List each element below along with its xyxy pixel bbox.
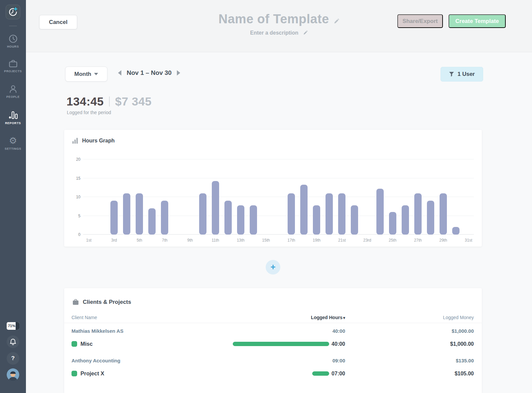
period-dropdown[interactable]: Month: [65, 67, 107, 82]
project-color-chip: [71, 371, 77, 376]
chart-gridline: [83, 159, 474, 159]
x-axis-label: 9th: [187, 238, 193, 243]
next-period-arrow-icon[interactable]: [177, 70, 180, 76]
chart-bar-day-29[interactable]: [440, 193, 447, 235]
table-row-client[interactable]: Mathias Mikkelsen AS 40:00 $1,000.00: [71, 327, 474, 335]
capacity-badge-label: 71%: [8, 324, 15, 328]
y-axis-label: 5: [72, 214, 80, 218]
clients-projects-title: Clients & Projects: [83, 299, 131, 305]
chart-bar-day-14[interactable]: [250, 205, 257, 235]
template-description-field[interactable]: Enter a description: [250, 30, 298, 36]
hours-graph-title: Hours Graph: [82, 138, 115, 144]
sidebar-item-label: HOURS: [0, 45, 26, 48]
project-hours-bar: [312, 371, 329, 376]
clock-plus-icon: [8, 7, 18, 17]
client-logged-hours: 09:00: [332, 358, 345, 363]
share-export-button[interactable]: Share/Export: [397, 14, 443, 28]
x-axis-label: 27th: [414, 238, 422, 243]
sidebar-divider: [9, 26, 17, 26]
user-avatar[interactable]: [7, 368, 19, 381]
chart-gridline: [83, 178, 474, 178]
chart-bar-day-10[interactable]: [199, 193, 206, 235]
chart-bar-day-22[interactable]: [351, 205, 358, 235]
project-logged-hours: 40:00: [332, 341, 345, 347]
chart-bar-day-12[interactable]: [224, 201, 232, 235]
chart-bar-day-26[interactable]: [402, 205, 409, 235]
sidebar-item-label: PEOPLE: [0, 95, 26, 98]
logged-hours-total: 134:45: [66, 95, 104, 108]
briefcase-small-icon: [72, 299, 79, 305]
sidebar-item-settings[interactable]: ⚙ SETTINGS: [0, 136, 26, 150]
notifications-button[interactable]: [7, 335, 19, 348]
chart-bar-day-25[interactable]: [389, 212, 396, 235]
column-logged-hours-label: Logged Hours: [311, 315, 342, 320]
date-range-label: Nov 1 – Nov 30: [127, 69, 172, 77]
chart-bar-day-19[interactable]: [313, 205, 320, 235]
date-navigation: Nov 1 – Nov 30: [118, 69, 180, 77]
question-mark-icon: ?: [11, 355, 15, 362]
template-name-field[interactable]: Name of Template: [218, 12, 329, 26]
edit-description-pencil-icon[interactable]: [303, 30, 308, 36]
app-logo[interactable]: [6, 5, 20, 19]
project-name: Misc: [80, 341, 93, 347]
column-logged-money: Logged Money: [443, 315, 474, 320]
sidebar: HOURS PROJECTS PEOPLE REPORTS ⚙ SETTINGS…: [0, 0, 26, 393]
chart-bar-day-5[interactable]: [136, 193, 143, 235]
sidebar-item-label: REPORTS: [0, 121, 26, 125]
chart-bar-day-6[interactable]: [148, 208, 156, 235]
chart-bar-day-30[interactable]: [452, 227, 460, 235]
y-axis-label: 15: [72, 176, 80, 181]
chart-bar-day-13[interactable]: [237, 205, 244, 235]
chart-bar-day-27[interactable]: [414, 193, 422, 235]
plus-icon: +: [270, 263, 275, 271]
chart-bar-day-28[interactable]: [427, 201, 434, 235]
chart-bar-day-21[interactable]: [338, 193, 345, 235]
stats-caption: Logged for the period: [67, 110, 111, 115]
y-axis-label: 10: [72, 195, 80, 199]
table-row-project[interactable]: Misc 40:00 $1,000.00: [71, 341, 474, 349]
x-axis-label: 7th: [162, 238, 168, 243]
capacity-badge[interactable]: 71%: [7, 322, 19, 330]
chart-bar-day-24[interactable]: [376, 189, 384, 235]
logged-money-total: $7 345: [115, 95, 152, 108]
edit-title-pencil-icon[interactable]: [334, 18, 339, 25]
x-axis-label: 13th: [237, 238, 244, 243]
project-logged-money: $1,000.00: [450, 341, 474, 347]
chart-bar-day-4[interactable]: [123, 193, 130, 235]
help-button[interactable]: ?: [7, 352, 19, 365]
period-stats: 134:45 $7 345: [66, 95, 152, 108]
sidebar-item-reports[interactable]: REPORTS: [0, 111, 26, 125]
template-description-row: Enter a description: [26, 30, 532, 36]
capacity-badge-fill: [16, 322, 19, 330]
hours-graph-title-row: Hours Graph: [72, 138, 115, 144]
client-name: Anthony Accounting: [71, 358, 120, 363]
x-axis-label: 23rd: [363, 238, 371, 243]
sidebar-item-people[interactable]: PEOPLE: [0, 85, 26, 98]
project-logged-hours: 07:00: [332, 371, 345, 377]
chart-bar-day-18[interactable]: [300, 185, 308, 235]
x-axis-label: 3rd: [111, 238, 117, 243]
table-row-client[interactable]: Anthony Accounting 09:00 $135.00: [71, 357, 474, 365]
chart-bar-day-7[interactable]: [161, 201, 168, 235]
user-filter-label: 1 User: [458, 71, 475, 78]
sidebar-item-hours[interactable]: HOURS: [0, 34, 26, 48]
previous-period-arrow-icon[interactable]: [118, 70, 121, 76]
client-logged-money: $1,000.00: [452, 328, 474, 334]
clients-projects-card: Clients & Projects Client Name Logged Ho…: [64, 288, 482, 393]
chart-bar-day-3[interactable]: [110, 201, 118, 235]
x-axis-label: 17th: [287, 238, 295, 243]
project-color-chip: [71, 341, 77, 347]
user-filter-button[interactable]: 1 User: [441, 67, 483, 82]
sidebar-item-projects[interactable]: PROJECTS: [0, 59, 26, 73]
chevron-down-icon: [94, 73, 98, 75]
project-hours-bar: [233, 342, 329, 346]
chart-bar-day-11[interactable]: [212, 181, 219, 235]
column-logged-hours[interactable]: Logged Hours▾: [311, 315, 345, 320]
create-template-button[interactable]: Create Template: [449, 14, 506, 28]
chart-bar-day-17[interactable]: [288, 193, 295, 235]
chart-bar-day-20[interactable]: [326, 193, 333, 235]
x-axis-label: 19th: [313, 238, 321, 243]
x-axis-label: 29th: [439, 238, 447, 243]
add-widget-button[interactable]: +: [266, 260, 280, 275]
table-row-project[interactable]: Project X 07:00 $105.00: [71, 370, 474, 378]
